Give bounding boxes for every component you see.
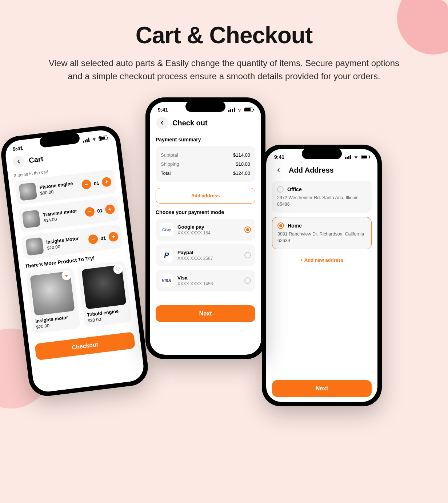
phone-checkout: 9:41 Check out Payment summary Subtotal$…: [145, 97, 265, 359]
qty-minus-button[interactable]: −: [81, 179, 92, 190]
payment-summary: Subtotal$114.00 Shipping$10.00 Total$124…: [156, 146, 255, 182]
subtotal-label: Subtotal: [161, 152, 178, 158]
gpay-icon: G Pay: [160, 223, 173, 236]
chevron-left-icon: [276, 168, 281, 173]
signal-icon: [83, 138, 89, 143]
wifi-icon: [237, 108, 243, 112]
total-label: Total: [161, 170, 171, 176]
payment-option-visa[interactable]: VISA Visa XXXX XXXX 1456: [156, 270, 255, 291]
shipping-label: Shipping: [161, 161, 179, 167]
radio-unselected[interactable]: [277, 186, 284, 193]
qty-plus-button[interactable]: +: [108, 232, 119, 242]
payment-mode-title: Choose your payment mode: [156, 209, 255, 215]
wifi-icon: [91, 137, 97, 142]
subtotal-value: $114.00: [233, 152, 250, 158]
back-button[interactable]: [273, 164, 284, 176]
payment-option-gpay[interactable]: G Pay Google pay XXXX XXXX 154: [156, 219, 255, 241]
status-time: 9:41: [12, 145, 23, 152]
payment-mask: XXXX XXXX 1456: [177, 281, 240, 286]
visa-icon: VISA: [160, 274, 173, 287]
signal-icon: [228, 108, 235, 112]
page-subtitle: View all selected auto parts & Easily ch…: [44, 57, 404, 83]
paypal-icon: P: [160, 249, 173, 262]
product-thumb: [25, 237, 44, 255]
back-button[interactable]: [12, 155, 25, 168]
address-card-home[interactable]: Home 3891 Ranchview Dr. Richardson, Cali…: [272, 217, 372, 249]
qty-value: 01: [100, 235, 107, 241]
radio-selected[interactable]: [277, 222, 284, 229]
address-card-office[interactable]: Office 2972 Westheimer Rd. Santa Ana, Il…: [272, 181, 372, 213]
phone-cart: 9:41 Cart 3 Items in the cart Pi: [0, 124, 150, 398]
battery-icon: [99, 136, 108, 141]
phone-notch: [302, 148, 342, 159]
screen-title: Cart: [28, 154, 44, 165]
radio-unselected[interactable]: [244, 277, 251, 284]
product-thumb: [22, 210, 40, 228]
signal-icon: [345, 155, 351, 159]
address-name: Home: [288, 223, 302, 229]
qty-value: 01: [93, 180, 100, 186]
screen-title: Add Address: [289, 166, 334, 174]
payment-mask: XXXX XXXX 154: [177, 230, 240, 236]
next-button[interactable]: Next: [156, 305, 255, 322]
radio-selected[interactable]: [244, 226, 251, 233]
payment-name: Paypal: [177, 250, 240, 255]
heart-icon: ♥: [65, 273, 68, 278]
qty-minus-button[interactable]: −: [88, 234, 99, 245]
payment-name: Google pay: [177, 224, 240, 230]
address-text: 2972 Westheimer Rd. Santa Ana, Illinois …: [277, 195, 367, 208]
phone-notch: [185, 101, 225, 112]
product-card[interactable]: ♡ Tzbold engine $30.00: [77, 261, 132, 327]
payment-option-paypal[interactable]: P Paypal XXXX XXXX 2587: [156, 244, 255, 266]
shipping-value: $10.00: [236, 161, 250, 167]
battery-icon: [361, 155, 369, 159]
payment-summary-title: Payment summary: [156, 137, 255, 142]
qty-minus-button[interactable]: −: [84, 206, 95, 217]
wifi-icon: [353, 155, 359, 159]
add-new-address-button[interactable]: Add new address: [272, 254, 372, 266]
battery-icon: [244, 108, 253, 112]
next-button[interactable]: Next: [272, 380, 372, 397]
radio-unselected[interactable]: [244, 252, 251, 258]
page-title: Cart & Checkout: [44, 22, 404, 49]
payment-mask: XXXX XXXX 2587: [177, 256, 240, 261]
product-card[interactable]: ♥ insights motor $20.00: [26, 267, 81, 334]
qty-plus-button[interactable]: +: [101, 177, 112, 187]
heart-icon: ♡: [116, 266, 121, 272]
chevron-left-icon: [160, 120, 165, 125]
product-thumb: [19, 182, 37, 201]
chevron-left-icon: [16, 159, 22, 165]
payment-name: Visa: [177, 275, 240, 281]
phone-address: 9:41 Add Address Office: [262, 145, 382, 406]
status-time: 9:41: [158, 107, 168, 113]
total-value: $124.00: [233, 170, 250, 176]
add-address-button[interactable]: Add address: [156, 188, 255, 204]
back-button[interactable]: [156, 117, 168, 129]
address-name: Office: [287, 186, 302, 192]
qty-value: 01: [96, 208, 104, 214]
screen-title: Check out: [172, 119, 208, 127]
status-time: 9:41: [274, 154, 284, 160]
qty-plus-button[interactable]: +: [105, 204, 115, 215]
address-text: 3891 Ranchview Dr. Richardson, Californi…: [277, 231, 366, 244]
